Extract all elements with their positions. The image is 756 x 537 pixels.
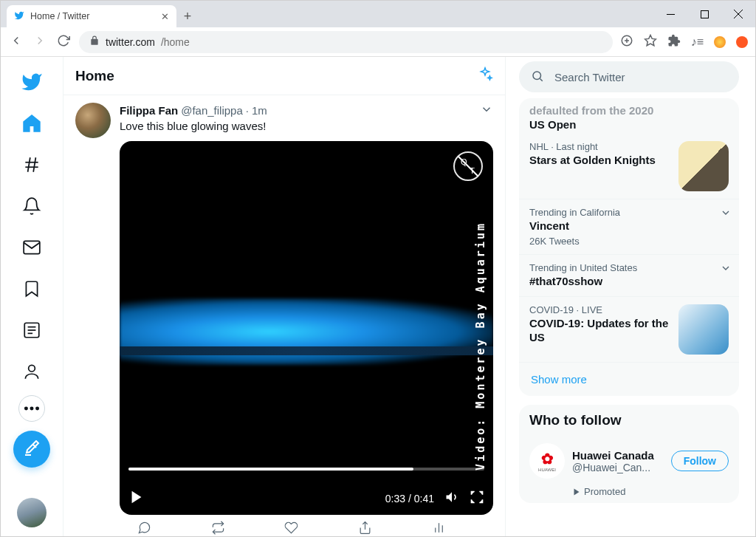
search-box[interactable]: Search Twitter <box>519 61 739 92</box>
extensions-icon[interactable] <box>667 34 681 50</box>
browser-titlebar: Home / Twitter ✕ + <box>1 1 755 27</box>
window-controls <box>653 1 755 27</box>
video-source-badge: QT <box>453 151 483 181</box>
browser-tab[interactable]: Home / Twitter ✕ <box>7 5 176 27</box>
who-to-follow-panel: Who to follow ✿ HUAWEI Huawei Canada @Hu… <box>519 405 739 503</box>
like-button[interactable] <box>284 521 298 537</box>
follow-suggestion[interactable]: ✿ HUAWEI Huawei Canada @Huawei_Can... Fo… <box>519 436 739 486</box>
sidebar <box>1 57 63 537</box>
twitter-favicon-icon <box>14 10 24 23</box>
timeline-options-icon[interactable] <box>477 66 493 86</box>
svg-point-20 <box>36 407 38 409</box>
show-more-link[interactable]: Show more <box>519 363 739 396</box>
lists-nav[interactable] <box>14 312 49 348</box>
url-path: /home <box>161 36 190 48</box>
right-column: Search Twitter defaulted from the 2020 U… <box>506 57 755 537</box>
svg-rect-1 <box>701 10 708 18</box>
svg-line-28 <box>540 78 542 81</box>
trend-item-4[interactable]: COVID-19 · LIVE COVID-19: Updates for th… <box>519 297 739 363</box>
browser-toolbar: twitter.com/home ♪≡ <box>1 27 755 57</box>
address-bar[interactable]: twitter.com/home <box>79 31 613 53</box>
suggestion-name: Huawei Canada <box>572 449 664 462</box>
suggestion-avatar: ✿ HUAWEI <box>529 443 565 479</box>
svg-point-19 <box>30 407 32 409</box>
follow-button[interactable]: Follow <box>671 451 729 471</box>
profile-nav[interactable] <box>14 354 49 389</box>
chevron-down-icon[interactable] <box>720 207 732 222</box>
trend-item-2[interactable]: Trending in California Vincent 26K Tweet… <box>519 199 739 256</box>
tweet-actions <box>63 515 505 537</box>
trend-thumb <box>678 141 729 191</box>
twitter-logo[interactable] <box>14 64 49 100</box>
ext1-icon[interactable] <box>714 36 726 48</box>
close-window-button[interactable] <box>721 1 755 27</box>
svg-marker-21 <box>132 491 142 504</box>
svg-point-18 <box>25 407 27 409</box>
new-tab-button[interactable]: + <box>176 5 199 27</box>
tweet-time[interactable]: 1m <box>252 104 267 117</box>
share-button[interactable] <box>358 521 372 537</box>
svg-point-17 <box>29 365 35 372</box>
svg-line-11 <box>33 157 35 172</box>
forward-button[interactable] <box>32 34 48 50</box>
tweet-more-icon[interactable] <box>480 103 493 118</box>
svg-rect-12 <box>24 241 40 253</box>
volume-icon[interactable] <box>444 490 459 507</box>
who-to-follow-header: Who to follow <box>519 405 739 436</box>
trend-truncated[interactable]: defaulted from the 2020 US Open <box>519 98 739 134</box>
notifications-nav[interactable] <box>14 188 49 224</box>
tweet-avatar[interactable] <box>75 103 111 138</box>
tweet-video[interactable]: QT Video: Monterey Bay Aquarium 0:33 / 0… <box>120 141 493 515</box>
fullscreen-icon[interactable] <box>470 490 484 507</box>
svg-line-10 <box>28 157 30 172</box>
reply-button[interactable] <box>137 521 151 537</box>
video-controls: 0:33 / 0:41 <box>128 489 484 507</box>
compose-tweet-button[interactable] <box>13 431 50 468</box>
tweet-handle[interactable]: @fan_filippa <box>181 104 243 117</box>
chevron-down-icon[interactable] <box>720 262 732 277</box>
play-button[interactable] <box>128 489 145 507</box>
trend-item-1[interactable]: NHL · Last night Stars at Golden Knights <box>519 134 739 199</box>
main-column: Home Filippa Fan @fan_filippa · 1m Love … <box>63 57 506 537</box>
retweet-button[interactable] <box>211 521 225 537</box>
video-progress[interactable] <box>128 468 484 471</box>
search-placeholder: Search Twitter <box>554 71 625 83</box>
reload-button[interactable] <box>55 34 72 50</box>
maximize-button[interactable] <box>687 1 721 27</box>
music-icon[interactable]: ♪≡ <box>691 35 704 49</box>
tweet[interactable]: Filippa Fan @fan_filippa · 1m Love this … <box>63 95 505 515</box>
close-tab-icon[interactable]: ✕ <box>161 11 169 22</box>
back-button[interactable] <box>8 34 24 50</box>
svg-point-27 <box>533 72 541 80</box>
account-avatar[interactable] <box>17 498 47 527</box>
search-icon <box>531 69 544 85</box>
trend-item-3[interactable]: Trending in United States #that70sshow <box>519 255 739 297</box>
url-host: twitter.com <box>106 36 155 48</box>
star-icon[interactable] <box>644 34 657 50</box>
home-nav[interactable] <box>14 106 49 141</box>
tweet-author[interactable]: Filippa Fan <box>120 104 178 117</box>
page-title: Home <box>75 68 114 84</box>
tweet-text: Love this blue glowing waves! <box>120 120 493 132</box>
analytics-button[interactable] <box>432 521 446 537</box>
bookmarks-nav[interactable] <box>14 271 49 307</box>
trend-thumb <box>678 304 729 355</box>
toolbar-extensions: ♪≡ <box>620 34 748 50</box>
svg-marker-7 <box>645 35 656 45</box>
page-content: Home Filippa Fan @fan_filippa · 1m Love … <box>1 57 755 537</box>
promoted-label: Promoted <box>519 486 739 503</box>
trends-panel: defaulted from the 2020 US Open NHL · La… <box>519 98 739 396</box>
main-header: Home <box>63 57 505 95</box>
tab-title: Home / Twitter <box>30 11 155 21</box>
more-nav[interactable] <box>18 395 45 422</box>
minimize-button[interactable] <box>653 1 687 27</box>
messages-nav[interactable] <box>14 230 49 265</box>
ext2-icon[interactable] <box>736 36 748 48</box>
explore-nav[interactable] <box>14 147 49 182</box>
video-watermark: Video: Monterey Bay Aquarium <box>474 222 487 471</box>
video-time: 0:33 / 0:41 <box>385 493 434 504</box>
add-icon[interactable] <box>620 34 633 50</box>
suggestion-handle: @Huawei_Can... <box>572 462 664 473</box>
svg-marker-22 <box>447 492 453 502</box>
lock-icon <box>89 35 100 48</box>
